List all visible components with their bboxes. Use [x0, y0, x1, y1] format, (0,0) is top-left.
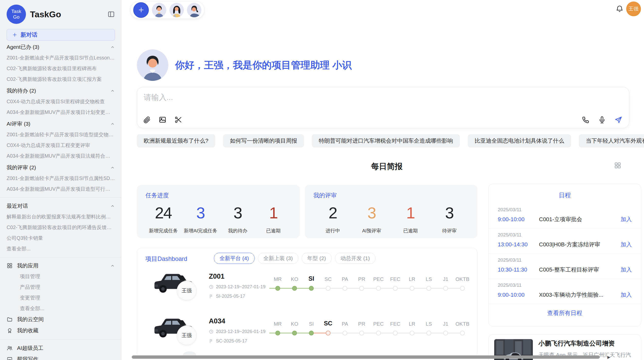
- microphone-icon[interactable]: [598, 116, 606, 124]
- milestone-dot: [443, 331, 448, 336]
- stat-value: 2: [329, 205, 337, 221]
- dashboard-tab[interactable]: 动总开发 (1): [335, 253, 376, 264]
- sidebar-task-item[interactable]: C02-飞腾新能源轻客改款项目里程碑画布: [7, 63, 115, 74]
- recent-chat-item[interactable]: 公司Q3轻卡销量: [7, 233, 115, 243]
- sidebar-shortcut-0[interactable]: 我的云空间: [7, 314, 115, 325]
- member-avatar[interactable]: [169, 3, 184, 17]
- sidebar-section-header[interactable]: Agent已办 (3): [7, 42, 115, 52]
- daily-brief-title: 每日简报: [130, 161, 644, 172]
- sidebar-shortcut-1[interactable]: 我的收藏: [7, 325, 115, 336]
- sidebar-section-header[interactable]: 我的应用: [7, 260, 115, 271]
- stat-card-title: 我的评审: [313, 191, 469, 199]
- milestone-label: LS: [426, 319, 432, 327]
- milestone-track: MRKOSISCPAPRPECFECLRLSJ1OKTB: [269, 319, 471, 336]
- stat-label: AI预评审: [362, 228, 381, 234]
- milestone-dot-row: [320, 285, 336, 291]
- milestone-dot: [393, 286, 398, 291]
- dashboard-tab[interactable]: 全新上装 (3): [258, 253, 299, 264]
- milestone-SI: SI: [303, 274, 320, 291]
- stat-row: 24新增完成任务3新增AI完成任务3我的待办1已逾期: [145, 205, 291, 234]
- stat-value: 1: [406, 205, 415, 221]
- milestone-dot-row: [454, 285, 471, 291]
- suggestion-chip[interactable]: 如何写一份清晰的项目周报: [223, 134, 304, 147]
- sidebar-task-item[interactable]: C0X4-动力总成开发项目工程变更评审: [7, 140, 115, 151]
- sidebar-task-item[interactable]: Z001-全新燃油皮卡产品开发项目SI节点Lesson Learn报告: [7, 52, 115, 63]
- sidebar-task-label: C0X4-动力总成开发项目SI里程碑提交物检查: [7, 98, 105, 105]
- milestone-dot: [410, 331, 415, 336]
- milestone-label: KO: [291, 274, 298, 282]
- sidebar-section-header[interactable]: 我的待办 (2): [7, 85, 115, 96]
- phone-icon[interactable]: [582, 116, 590, 124]
- app-logo-line2: Go: [13, 14, 19, 20]
- schedule-list: 2025/03/119:00-10:00C001-立项审批会加入2025/03/…: [489, 203, 641, 304]
- recent-chat-item[interactable]: C02-飞腾新能源轻客改款项目的闭环通告反馈情况: [7, 222, 115, 233]
- scrollbar-thumb[interactable]: [132, 355, 600, 359]
- milestone-SC: SC: [320, 319, 336, 336]
- sidebar-task-label: A034-全新新能源MUV产品开发项目法规符合性评审: [7, 153, 115, 159]
- milestone-dot-row: [353, 330, 370, 336]
- member-avatar[interactable]: [152, 3, 166, 17]
- image-icon[interactable]: [158, 116, 167, 124]
- sidebar-section-header[interactable]: 我的评审 (2): [7, 162, 115, 173]
- sidebar-section-header[interactable]: AI评审 (3): [7, 118, 115, 129]
- suggestion-chip[interactable]: 特朗普可能对进口汽车增税会对中国车企造成哪些影响: [312, 134, 460, 147]
- suggestion-chip[interactable]: 当下年轻人对汽车外观有怎样的喜好趋势: [579, 134, 644, 147]
- layout-grid-icon[interactable]: [614, 162, 621, 169]
- scrollbar-right-arrow[interactable]: ▶: [607, 355, 610, 359]
- stat-新增AI完成任务: 3新增AI完成任务: [184, 205, 217, 234]
- milestone-PA: PA: [336, 319, 353, 336]
- scissors-icon[interactable]: [174, 116, 182, 124]
- milestone-label: MR: [274, 319, 282, 327]
- sidebar-section-title: 最近对话: [7, 202, 28, 209]
- task-progress-card: 任务进度24新增完成任务3新增AI完成任务3我的待办1已逾期: [137, 185, 300, 238]
- sidebar-tool-0[interactable]: AI超级员工: [7, 342, 115, 354]
- milestone-label: LR: [409, 319, 415, 327]
- member-avatar[interactable]: [187, 3, 201, 17]
- stat-value: 3: [196, 205, 205, 221]
- collapse-sidebar-icon[interactable]: [107, 10, 115, 18]
- schedule-card: 日程 2025/03/119:00-10:00C001-立项审批会加入2025/…: [488, 184, 641, 326]
- stat-value: 3: [368, 205, 376, 221]
- sidebar-task-item[interactable]: A034-全新新能源MUV产品开发项目造型可行性评审: [7, 184, 115, 194]
- project-owner-badge: 王强: [177, 281, 197, 301]
- dashboard-tab[interactable]: 全新平台 (4): [214, 253, 255, 264]
- sidebar-task-item[interactable]: Z001-全新燃油轻卡产品开发项目SI节点属性5D文件评审: [7, 173, 115, 184]
- recent-chat-label: 查看全部...: [7, 245, 31, 252]
- chat-input[interactable]: [143, 92, 526, 117]
- add-member-button[interactable]: [133, 2, 149, 18]
- suggestion-chips: 欧洲新规最近颁布了什么?如何写一份清晰的项目周报特朗普可能对进口汽车增税会对中国…: [137, 134, 644, 147]
- sidebar-task-item[interactable]: A034-全新新能源MUV产品开发项目法规符合性评审: [7, 151, 115, 161]
- sidebar-task-item[interactable]: A034-全新新能源MUV产品开发项目计划变更表编写: [7, 107, 115, 117]
- dashboard-tab[interactable]: 年型 (2): [302, 253, 332, 264]
- notifications-bell-icon[interactable]: [616, 5, 624, 13]
- recent-chat-item[interactable]: 查看全部...: [7, 243, 115, 254]
- recent-chat-item[interactable]: 解释最新出台的欧盟报废车法规再生塑料比例被调至15%...: [7, 211, 115, 222]
- suggestion-chip[interactable]: 比亚迪全固态电池计划具体说了什么: [468, 134, 571, 147]
- join-meeting-link[interactable]: 加入: [621, 216, 632, 223]
- sidebar-section-header[interactable]: 最近对话: [7, 201, 115, 211]
- user-avatar[interactable]: 王强: [626, 2, 641, 16]
- app-menu-item[interactable]: 项目管理: [7, 271, 115, 282]
- new-chat-button[interactable]: 新对话: [7, 29, 115, 41]
- join-meeting-link[interactable]: 加入: [621, 291, 632, 299]
- view-all-schedule-link[interactable]: 查看所有日程: [489, 309, 641, 317]
- milestone-dot-row: [404, 330, 420, 336]
- milestone-label: FEC: [390, 274, 400, 282]
- app-menu-item[interactable]: 产品管理: [7, 282, 115, 292]
- sidebar-tool-1[interactable]: 帮我写作: [7, 354, 115, 360]
- send-icon[interactable]: [614, 116, 622, 124]
- join-meeting-link[interactable]: 加入: [621, 266, 632, 274]
- milestone-dot-row: [454, 330, 471, 336]
- app-menu-item[interactable]: 查看全部...: [7, 303, 115, 314]
- schedule-time: 10:30-11:30: [498, 266, 539, 273]
- sidebar-task-item[interactable]: Z001-全新燃油轻卡产品开发项目SI造型提交物评审: [7, 129, 115, 140]
- schedule-item: 2025/03/119:00-10:00X003-车辆动力学性能验...加入: [489, 279, 641, 304]
- sidebar-task-item[interactable]: C0X4-动力总成开发项目SI里程碑提交物检查: [7, 96, 115, 107]
- paperclip-icon[interactable]: [143, 116, 151, 124]
- join-meeting-link[interactable]: 加入: [621, 241, 632, 248]
- suggestion-chip[interactable]: 欧洲新规最近颁布了什么?: [137, 134, 215, 147]
- app-menu-item[interactable]: 变更管理: [7, 292, 115, 303]
- sidebar-tool-label: 帮我写作: [17, 356, 38, 360]
- sidebar-task-item[interactable]: C02-飞腾新能源轻客改款项目立项汇报方案: [7, 74, 115, 84]
- milestone-dot-row: [404, 285, 420, 291]
